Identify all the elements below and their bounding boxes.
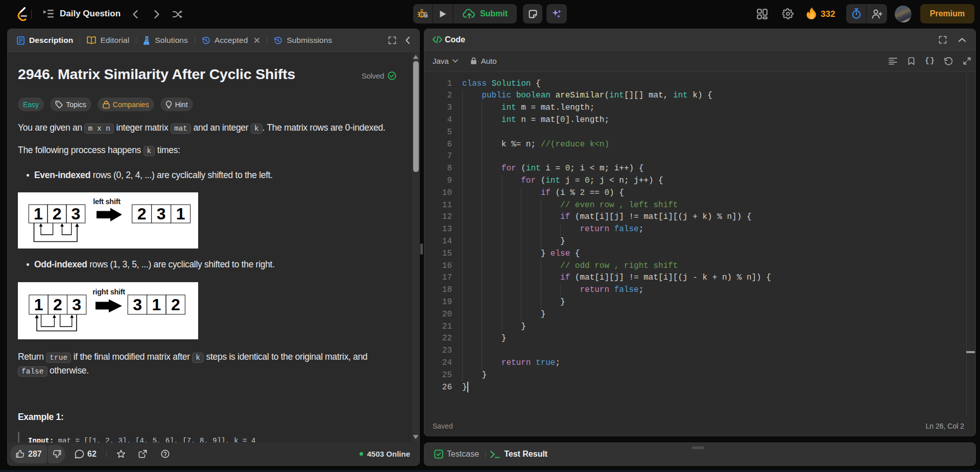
svg-text:1: 1	[34, 295, 43, 314]
svg-text:1: 1	[176, 205, 185, 223]
svg-text:3: 3	[133, 295, 142, 314]
svg-text:3: 3	[71, 205, 81, 223]
svg-text:1: 1	[34, 205, 43, 223]
svg-text:2: 2	[137, 205, 147, 223]
svg-text:2: 2	[53, 295, 62, 314]
svg-text:2: 2	[53, 205, 62, 223]
svg-text:right shift: right shift	[92, 288, 125, 296]
svg-text:3: 3	[157, 205, 166, 223]
svg-text:3: 3	[72, 295, 81, 314]
svg-text:left shift: left shift	[93, 197, 121, 206]
svg-text:1: 1	[152, 295, 161, 314]
svg-text:2: 2	[171, 295, 180, 314]
